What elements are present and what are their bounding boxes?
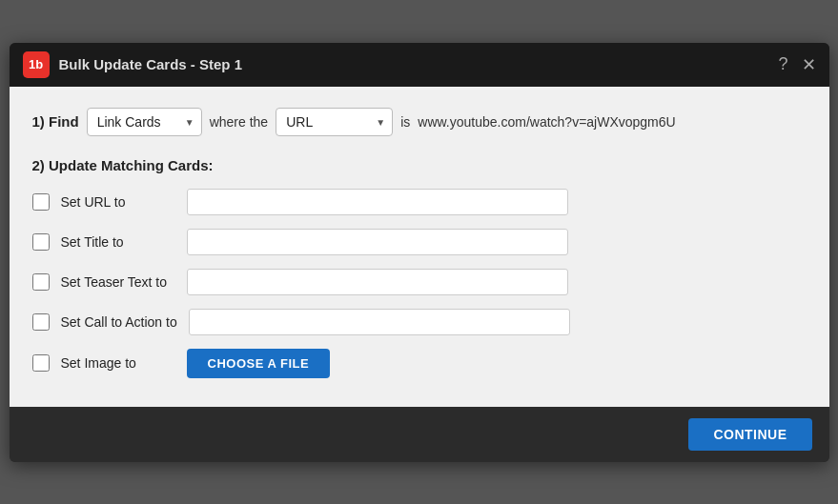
teaser-field-row: Set Teaser Text to xyxy=(32,269,807,295)
continue-button[interactable]: CONTINUE xyxy=(688,418,811,451)
image-field-label: Set Image to xyxy=(61,355,175,371)
image-checkbox[interactable] xyxy=(32,354,50,372)
footer: CONTINUE xyxy=(10,407,829,462)
title-field-row: Set Title to xyxy=(32,229,807,255)
titlebar-left: 1b Bulk Update Cards - Step 1 xyxy=(23,51,243,78)
image-field-row: Set Image to CHOOSE A FILE xyxy=(32,349,807,378)
titlebar-right: ? ✕ xyxy=(778,54,815,75)
find-row: 1) Find Link Cards Image Cards Text Card… xyxy=(32,108,807,136)
url-field-row: Set URL to xyxy=(32,189,807,215)
dialog-title: Bulk Update Cards - Step 1 xyxy=(59,56,243,72)
card-type-dropdown[interactable]: Link Cards Image Cards Text Cards xyxy=(87,108,202,136)
where-the-label: where the xyxy=(210,114,268,130)
url-checkbox[interactable] xyxy=(32,193,50,211)
find-label: 1) Find xyxy=(32,113,79,130)
url-field-input[interactable] xyxy=(187,189,568,215)
title-checkbox[interactable] xyxy=(32,233,50,251)
update-section-title: 2) Update Matching Cards: xyxy=(32,157,807,173)
bulk-update-dialog: 1b Bulk Update Cards - Step 1 ? ✕ 1) Fin… xyxy=(10,43,829,462)
app-logo: 1b xyxy=(23,51,50,78)
teaser-field-input[interactable] xyxy=(187,269,568,295)
cta-checkbox[interactable] xyxy=(32,313,50,331)
titlebar: 1b Bulk Update Cards - Step 1 ? ✕ xyxy=(10,43,829,87)
card-type-dropdown-wrap: Link Cards Image Cards Text Cards ▼ xyxy=(87,108,202,136)
url-field-label: Set URL to xyxy=(61,194,175,210)
field-dropdown[interactable]: URL Title Teaser Text Call to Action xyxy=(276,108,393,136)
main-content: 1) Find Link Cards Image Cards Text Card… xyxy=(10,87,829,407)
help-icon[interactable]: ? xyxy=(778,54,787,74)
teaser-checkbox[interactable] xyxy=(32,273,50,291)
cta-field-row: Set Call to Action to xyxy=(32,309,807,335)
teaser-field-label: Set Teaser Text to xyxy=(61,274,175,290)
is-label: is xyxy=(400,114,410,130)
title-field-label: Set Title to xyxy=(61,234,175,250)
close-icon[interactable]: ✕ xyxy=(802,54,816,75)
cta-field-input[interactable] xyxy=(189,309,570,335)
url-value: www.youtube.com/watch?v=ajWXvopgm6U xyxy=(418,114,675,130)
title-field-input[interactable] xyxy=(187,229,568,255)
cta-field-label: Set Call to Action to xyxy=(61,314,177,330)
field-dropdown-wrap: URL Title Teaser Text Call to Action ▼ xyxy=(276,108,393,136)
choose-file-button[interactable]: CHOOSE A FILE xyxy=(187,349,331,378)
